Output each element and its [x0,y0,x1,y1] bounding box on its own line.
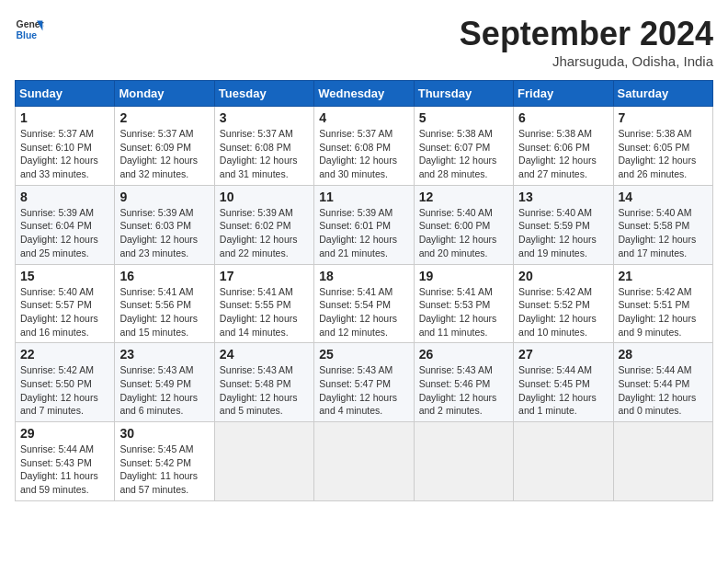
calendar-cell [514,422,613,501]
day-number: 12 [419,190,508,204]
calendar-cell: 3Sunrise: 5:37 AMSunset: 6:08 PMDaylight… [214,107,313,186]
day-info: Sunrise: 5:42 AMSunset: 5:52 PMDaylight:… [518,285,608,339]
day-info: Sunrise: 5:41 AMSunset: 5:53 PMDaylight:… [419,285,508,339]
calendar-cell: 26Sunrise: 5:43 AMSunset: 5:46 PMDayligh… [414,343,513,422]
calendar-cell: 30Sunrise: 5:45 AMSunset: 5:42 PMDayligh… [115,422,214,501]
day-number: 15 [20,269,109,283]
calendar-cell: 4Sunrise: 5:37 AMSunset: 6:08 PMDaylight… [314,107,414,186]
calendar-body: 1Sunrise: 5:37 AMSunset: 6:10 PMDaylight… [16,107,713,501]
day-info: Sunrise: 5:42 AMSunset: 5:50 PMDaylight:… [20,363,109,418]
calendar-cell: 25Sunrise: 5:43 AMSunset: 5:47 PMDayligh… [314,343,414,422]
day-number: 13 [518,190,608,204]
day-info: Sunrise: 5:41 AMSunset: 5:55 PMDaylight:… [220,285,309,339]
calendar-cell: 9Sunrise: 5:39 AMSunset: 6:03 PMDaylight… [115,185,214,264]
calendar-cell: 13Sunrise: 5:40 AMSunset: 5:59 PMDayligh… [514,185,613,264]
day-info: Sunrise: 5:41 AMSunset: 5:54 PMDaylight:… [319,285,408,339]
day-number: 21 [619,269,708,283]
calendar-cell: 18Sunrise: 5:41 AMSunset: 5:54 PMDayligh… [314,264,414,343]
calendar-cell: 16Sunrise: 5:41 AMSunset: 5:56 PMDayligh… [115,264,214,343]
day-info: Sunrise: 5:38 AMSunset: 6:05 PMDaylight:… [619,127,708,181]
day-info: Sunrise: 5:43 AMSunset: 5:46 PMDaylight:… [419,363,508,418]
calendar-cell: 22Sunrise: 5:42 AMSunset: 5:50 PMDayligh… [16,343,115,422]
calendar-week-4: 22Sunrise: 5:42 AMSunset: 5:50 PMDayligh… [16,343,713,422]
calendar-cell: 1Sunrise: 5:37 AMSunset: 6:10 PMDaylight… [16,107,115,186]
month-title: September 2024 [460,15,713,53]
day-info: Sunrise: 5:44 AMSunset: 5:43 PMDaylight:… [20,442,109,497]
calendar-cell: 17Sunrise: 5:41 AMSunset: 5:55 PMDayligh… [214,264,313,343]
calendar-cell: 7Sunrise: 5:38 AMSunset: 6:05 PMDaylight… [613,107,712,186]
day-info: Sunrise: 5:40 AMSunset: 6:00 PMDaylight:… [419,206,508,260]
title-block: September 2024 Jharsuguda, Odisha, India [460,15,713,69]
day-number: 23 [119,347,209,362]
calendar-cell [214,422,313,501]
calendar-cell: 2Sunrise: 5:37 AMSunset: 6:09 PMDaylight… [115,107,214,186]
day-number: 6 [518,110,608,125]
day-number: 1 [20,110,109,125]
day-number: 24 [220,347,309,362]
day-number: 11 [319,190,408,204]
calendar-cell: 20Sunrise: 5:42 AMSunset: 5:52 PMDayligh… [514,264,613,343]
calendar: SundayMondayTuesdayWednesdayThursdayFrid… [15,80,713,501]
weekday-row: SundayMondayTuesdayWednesdayThursdayFrid… [16,81,713,107]
weekday-header-friday: Friday [514,81,613,107]
day-number: 18 [319,269,408,283]
calendar-cell [613,422,712,501]
calendar-cell: 27Sunrise: 5:44 AMSunset: 5:45 PMDayligh… [514,343,613,422]
day-number: 30 [119,426,209,441]
calendar-header: SundayMondayTuesdayWednesdayThursdayFrid… [16,81,713,107]
calendar-cell: 29Sunrise: 5:44 AMSunset: 5:43 PMDayligh… [16,422,115,501]
day-info: Sunrise: 5:43 AMSunset: 5:47 PMDaylight:… [319,363,408,418]
calendar-week-1: 1Sunrise: 5:37 AMSunset: 6:10 PMDaylight… [16,107,713,186]
logo-icon: General Blue [15,15,44,44]
day-number: 14 [619,190,708,204]
day-number: 9 [119,190,209,204]
page-header: General Blue September 2024 Jharsuguda, … [15,15,713,69]
day-number: 27 [518,347,608,362]
day-info: Sunrise: 5:40 AMSunset: 5:57 PMDaylight:… [20,285,109,339]
day-number: 29 [20,426,109,441]
day-info: Sunrise: 5:43 AMSunset: 5:49 PMDaylight:… [119,363,209,418]
calendar-cell: 28Sunrise: 5:44 AMSunset: 5:44 PMDayligh… [613,343,712,422]
day-info: Sunrise: 5:44 AMSunset: 5:45 PMDaylight:… [518,363,608,418]
day-number: 26 [419,347,508,362]
day-info: Sunrise: 5:38 AMSunset: 6:06 PMDaylight:… [518,127,608,181]
day-info: Sunrise: 5:39 AMSunset: 6:04 PMDaylight:… [20,206,109,260]
day-info: Sunrise: 5:45 AMSunset: 5:42 PMDaylight:… [119,442,209,497]
day-number: 8 [20,190,109,204]
day-info: Sunrise: 5:41 AMSunset: 5:56 PMDaylight:… [119,285,209,339]
day-number: 2 [119,110,209,125]
calendar-week-5: 29Sunrise: 5:44 AMSunset: 5:43 PMDayligh… [16,422,713,501]
calendar-cell: 19Sunrise: 5:41 AMSunset: 5:53 PMDayligh… [414,264,513,343]
calendar-cell: 24Sunrise: 5:43 AMSunset: 5:48 PMDayligh… [214,343,313,422]
calendar-cell: 12Sunrise: 5:40 AMSunset: 6:00 PMDayligh… [414,185,513,264]
weekday-header-thursday: Thursday [414,81,513,107]
calendar-week-2: 8Sunrise: 5:39 AMSunset: 6:04 PMDaylight… [16,185,713,264]
svg-text:Blue: Blue [17,30,38,40]
day-info: Sunrise: 5:37 AMSunset: 6:09 PMDaylight:… [119,127,209,181]
day-info: Sunrise: 5:43 AMSunset: 5:48 PMDaylight:… [220,363,309,418]
calendar-cell [414,422,513,501]
day-number: 16 [119,269,209,283]
location: Jharsuguda, Odisha, India [460,53,713,69]
weekday-header-tuesday: Tuesday [214,81,313,107]
calendar-cell: 14Sunrise: 5:40 AMSunset: 5:58 PMDayligh… [613,185,712,264]
day-info: Sunrise: 5:42 AMSunset: 5:51 PMDaylight:… [619,285,708,339]
logo: General Blue [15,15,44,44]
day-number: 4 [319,110,408,125]
day-number: 19 [419,269,508,283]
calendar-cell: 5Sunrise: 5:38 AMSunset: 6:07 PMDaylight… [414,107,513,186]
calendar-cell: 11Sunrise: 5:39 AMSunset: 6:01 PMDayligh… [314,185,414,264]
calendar-cell: 8Sunrise: 5:39 AMSunset: 6:04 PMDaylight… [16,185,115,264]
calendar-week-3: 15Sunrise: 5:40 AMSunset: 5:57 PMDayligh… [16,264,713,343]
day-info: Sunrise: 5:44 AMSunset: 5:44 PMDaylight:… [619,363,708,418]
calendar-cell: 21Sunrise: 5:42 AMSunset: 5:51 PMDayligh… [613,264,712,343]
weekday-header-monday: Monday [115,81,214,107]
day-number: 25 [319,347,408,362]
day-info: Sunrise: 5:37 AMSunset: 6:08 PMDaylight:… [319,127,408,181]
calendar-cell [314,422,414,501]
calendar-cell: 6Sunrise: 5:38 AMSunset: 6:06 PMDaylight… [514,107,613,186]
calendar-cell: 10Sunrise: 5:39 AMSunset: 6:02 PMDayligh… [214,185,313,264]
day-number: 22 [20,347,109,362]
weekday-header-wednesday: Wednesday [314,81,414,107]
day-number: 17 [220,269,309,283]
